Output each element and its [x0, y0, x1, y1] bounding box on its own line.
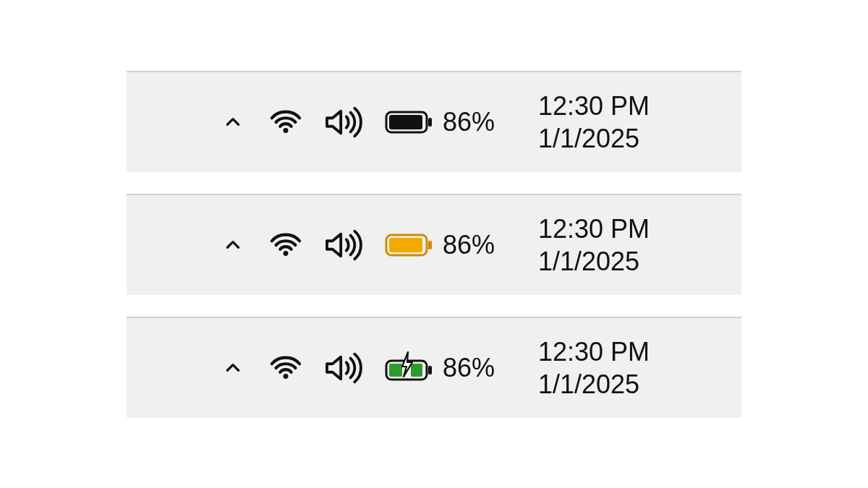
battery-charging-icon	[385, 355, 433, 381]
time-label: 12:30 PM	[538, 90, 650, 122]
battery-icon	[385, 109, 433, 135]
wifi-icon	[269, 228, 302, 262]
system-tray: 86% 12:30 PM 1/1/2025	[127, 71, 741, 172]
volume-button[interactable]	[324, 228, 363, 262]
clock-button[interactable]: 12:30 PM 1/1/2025	[538, 90, 650, 155]
svg-rect-3	[389, 115, 422, 129]
show-hidden-icons-button[interactable]	[218, 108, 247, 137]
chevron-up-icon	[224, 359, 242, 377]
volume-icon	[324, 351, 363, 385]
svg-rect-7	[389, 238, 422, 252]
date-label: 1/1/2025	[538, 368, 639, 401]
svg-rect-2	[428, 118, 432, 127]
svg-rect-6	[428, 241, 432, 249]
svg-point-0	[283, 128, 288, 133]
wifi-icon	[269, 106, 302, 139]
volume-button[interactable]	[324, 351, 363, 385]
date-label: 1/1/2025	[538, 122, 639, 155]
battery-percent-label: 86%	[443, 353, 495, 383]
time-label: 12:30 PM	[538, 335, 650, 368]
volume-icon	[324, 228, 363, 262]
chevron-up-icon	[224, 113, 242, 132]
battery-button[interactable]: 86%	[385, 230, 495, 260]
network-button[interactable]	[269, 351, 302, 385]
svg-rect-11	[389, 364, 402, 377]
wifi-icon	[269, 351, 302, 385]
date-label: 1/1/2025	[538, 245, 639, 278]
volume-icon	[324, 106, 363, 139]
system-tray: 86% 12:30 PM 1/1/2025	[127, 317, 741, 418]
clock-button[interactable]: 12:30 PM 1/1/2025	[538, 213, 650, 278]
network-button[interactable]	[269, 106, 302, 139]
volume-button[interactable]	[324, 106, 363, 139]
battery-percent-label: 86%	[443, 107, 495, 137]
battery-button[interactable]: 86%	[385, 107, 495, 137]
clock-button[interactable]: 12:30 PM 1/1/2025	[538, 335, 650, 401]
battery-button[interactable]: 86%	[385, 353, 495, 383]
battery-percent-label: 86%	[443, 230, 495, 260]
svg-point-4	[283, 251, 288, 256]
svg-point-8	[283, 374, 288, 379]
chevron-up-icon	[224, 236, 242, 254]
network-button[interactable]	[269, 228, 302, 262]
show-hidden-icons-button[interactable]	[218, 231, 247, 260]
system-tray: 86% 12:30 PM 1/1/2025	[127, 194, 741, 295]
svg-rect-12	[411, 364, 422, 377]
svg-rect-10	[428, 366, 432, 374]
time-label: 12:30 PM	[538, 213, 650, 245]
battery-saver-icon	[385, 232, 433, 258]
show-hidden-icons-button[interactable]	[218, 354, 247, 382]
